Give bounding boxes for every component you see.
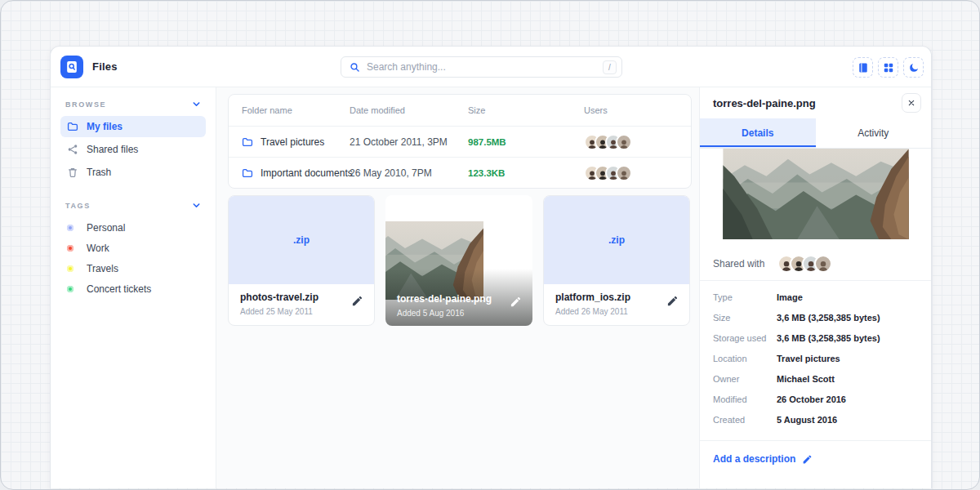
tag-color-dot (67, 245, 74, 252)
pencil-icon (351, 295, 363, 307)
file-added-date: Added 25 May 2011 (240, 307, 363, 316)
share-icon (67, 144, 78, 155)
field-created: Created5 August 2016 (713, 409, 918, 430)
sidebar-item-label: Trash (87, 167, 111, 178)
zip-preview: .zip (544, 196, 689, 284)
files-app-window: Files / BROWSE My files (50, 46, 932, 488)
tag-label: Personal (87, 222, 125, 234)
avatar (616, 134, 632, 150)
edit-file-button[interactable] (351, 295, 363, 310)
sidebar: BROWSE My files Shared files Trash TAGS (51, 87, 216, 488)
pencil-icon (666, 295, 679, 307)
tag-item-work[interactable]: Work (60, 238, 206, 258)
avatar (814, 255, 832, 273)
header-actions (853, 57, 924, 78)
zip-extension-label: .zip (608, 234, 625, 246)
table-header-row: Folder name Date modified Size Users (229, 95, 691, 126)
details-tabs: Details Activity (700, 118, 931, 149)
browse-section-header[interactable]: BROWSE (60, 100, 206, 109)
folder-size: 987.5MB (468, 137, 584, 147)
pencil-icon (510, 296, 522, 308)
file-name: torres-del-paine.png (397, 293, 492, 305)
add-description-label: Add a description (713, 453, 795, 465)
file-name: photos-travel.zip (240, 292, 363, 303)
search-shortcut-badge: / (603, 60, 617, 74)
main-content: Folder name Date modified Size Users Tra… (216, 87, 699, 488)
column-date-modified: Date modified (350, 105, 468, 115)
tag-item-concert-tickets[interactable]: Concert tickets (60, 278, 206, 299)
folder-size: 123.3KB (468, 168, 584, 178)
tag-color-dot (67, 225, 74, 231)
chevron-down-icon[interactable] (192, 201, 201, 210)
table-row[interactable]: Important documents 26 May 2010, 7PM 123… (229, 157, 691, 188)
tag-label: Concert tickets (87, 283, 151, 295)
column-folder-name: Folder name (242, 105, 350, 115)
dark-mode-button[interactable] (903, 57, 924, 78)
add-description-button[interactable]: Add a description (700, 441, 931, 477)
details-panel: torres-del-paine.png Details Activity Sh… (699, 87, 931, 488)
tag-label: Work (87, 243, 109, 254)
tags-section-label: TAGS (65, 202, 91, 210)
tag-item-travels[interactable]: Travels (60, 258, 206, 278)
folder-icon (242, 136, 253, 148)
app-logo (60, 56, 83, 78)
file-added-date: Added 26 May 2011 (555, 307, 678, 316)
browse-section-label: BROWSE (65, 100, 106, 109)
pencil-icon (802, 454, 813, 465)
field-type: TypeImage (713, 287, 918, 307)
grid-icon (883, 62, 894, 74)
field-storage-used: Storage used3,6 MB (3,258,385 bytes) (713, 327, 918, 348)
search-input[interactable] (367, 61, 603, 73)
close-icon (907, 99, 915, 107)
field-size: Size3,6 MB (3,258,385 bytes) (713, 307, 918, 327)
details-panel-title: torres-del-paine.png (713, 97, 816, 109)
sidebar-item-trash[interactable]: Trash (60, 162, 206, 183)
tag-color-dot (67, 286, 74, 292)
date-modified: 21 October 2011, 3PM (350, 136, 468, 148)
tags-section-header[interactable]: TAGS (60, 201, 206, 210)
grid-view-button[interactable] (878, 57, 898, 78)
zip-preview: .zip (229, 196, 374, 284)
folder-name: Important documents (261, 167, 353, 179)
column-users: Users (584, 105, 678, 115)
edit-file-button[interactable] (666, 295, 679, 310)
app-header: Files / (51, 47, 931, 87)
app-title: Files (92, 60, 118, 73)
sidebar-item-shared-files[interactable]: Shared files (60, 139, 206, 160)
field-location: LocationTravel pictures (713, 348, 918, 368)
close-panel-button[interactable] (902, 93, 921, 113)
search-bar[interactable]: / (341, 56, 622, 78)
tag-color-dot (67, 265, 74, 272)
shared-users-avatars (584, 165, 678, 181)
folder-name: Travel pictures (261, 136, 324, 148)
table-row[interactable]: Travel pictures 21 October 2011, 3PM 987… (229, 126, 691, 157)
folders-table: Folder name Date modified Size Users Tra… (228, 94, 692, 189)
notebook-button[interactable] (853, 57, 873, 78)
chevron-down-icon[interactable] (192, 100, 201, 109)
trash-icon (67, 167, 78, 178)
folder-icon (242, 167, 253, 179)
file-cards: .zip photos-travel.zip Added 25 May 2011… (228, 195, 690, 326)
tag-item-personal[interactable]: Personal (60, 217, 206, 238)
edit-file-button[interactable] (510, 296, 522, 311)
tags-section: TAGS Personal Work Travels Concer (60, 201, 206, 299)
folder-icon (67, 121, 78, 132)
file-added-date: Added 5 Aug 2016 (397, 309, 492, 318)
moon-icon (908, 62, 920, 74)
search-icon (350, 62, 360, 73)
file-card-photos-travel[interactable]: .zip photos-travel.zip Added 25 May 2011 (228, 195, 375, 326)
sidebar-item-label: My files (87, 121, 122, 132)
sidebar-item-my-files[interactable]: My files (60, 116, 206, 137)
desktop-background: Files / BROWSE My files (0, 0, 980, 490)
file-card-platform-ios[interactable]: .zip platform_ios.zip Added 26 May 2011 (543, 195, 690, 326)
date-modified: 26 May 2010, 7PM (350, 167, 468, 179)
file-card-torres-del-paine[interactable]: torres-del-paine.png Added 5 Aug 2016 (385, 195, 532, 326)
tab-activity[interactable]: Activity (816, 118, 932, 148)
field-owner: OwnerMichael Scott (713, 368, 918, 389)
zip-extension-label: .zip (293, 234, 310, 246)
field-modified: Modified26 October 2016 (713, 389, 918, 409)
tab-details[interactable]: Details (700, 118, 816, 148)
file-details-fields: TypeImage Size3,6 MB (3,258,385 bytes) S… (700, 281, 931, 438)
mountain-photo-preview (700, 149, 932, 247)
shared-users-avatars (584, 134, 678, 150)
